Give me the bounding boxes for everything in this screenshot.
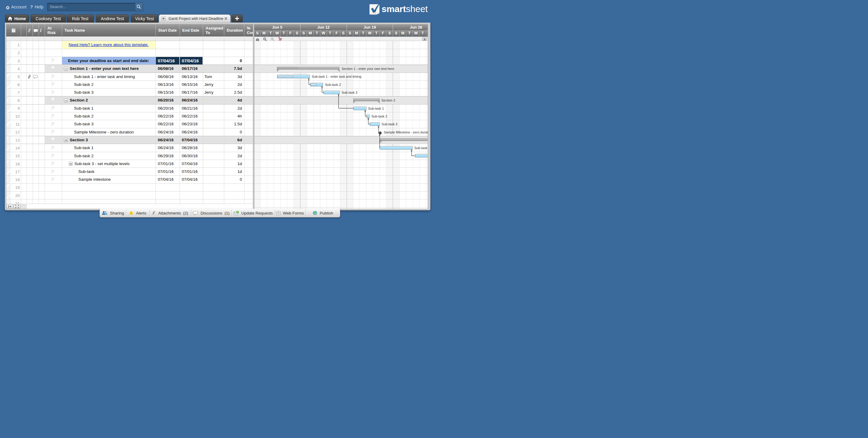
svg-text:?: ? — [237, 211, 239, 213]
